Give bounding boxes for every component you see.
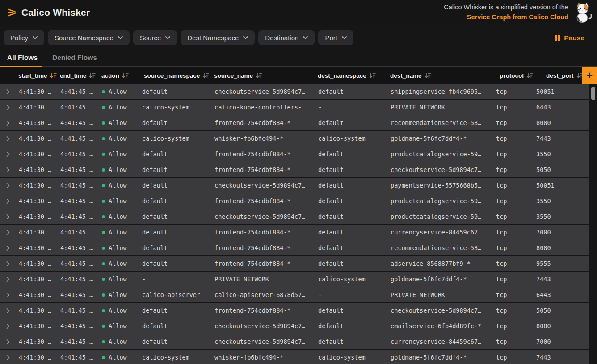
cell-protocol: tcp: [493, 182, 534, 189]
row-expander[interactable]: [0, 355, 16, 360]
table-row[interactable]: 4:41:30 …4:41:45 …Allowdefaultcheckoutse…: [0, 209, 589, 224]
table-row[interactable]: 4:41:30 …4:41:45 …Allowcalico-systemwhis…: [0, 131, 589, 146]
tagline: Calico Whisker is a simplified version o…: [444, 3, 568, 21]
column-header-start-time[interactable]: start_time: [16, 72, 58, 79]
row-expander[interactable]: [0, 214, 16, 220]
row-expander[interactable]: [0, 323, 16, 329]
table-row[interactable]: 4:41:30 …4:41:45 …Allowdefaultfrontend-7…: [0, 225, 589, 240]
table-row[interactable]: 4:41:30 …4:41:45 …Allowdefaultfrontend-7…: [0, 303, 589, 318]
filter-source[interactable]: Source: [133, 30, 177, 45]
column-header-dest-port[interactable]: dest_port: [534, 72, 582, 79]
row-expander[interactable]: [0, 105, 16, 110]
cell-dest-namespace: default: [315, 119, 388, 126]
sort-icon: [369, 72, 376, 79]
row-expander[interactable]: [0, 198, 16, 204]
table-row[interactable]: 4:41:30 …4:41:45 …Allow-PRIVATE NETWORKc…: [0, 272, 589, 287]
cell-source-namespace: default: [139, 88, 212, 95]
action-label: Allow: [109, 104, 127, 111]
cell-dest-namespace: default: [315, 213, 388, 220]
cell-dest-port: 3550: [534, 151, 589, 158]
filter-port[interactable]: Port: [318, 30, 353, 45]
column-header-action[interactable]: action: [99, 72, 139, 79]
filter-dest-namespace[interactable]: Dest Namespace: [181, 30, 255, 45]
row-expander[interactable]: [0, 151, 16, 157]
cell-protocol: tcp: [493, 260, 534, 267]
cell-start-time: 4:41:30 …: [16, 182, 58, 189]
row-expander[interactable]: [0, 230, 16, 235]
row-expander[interactable]: [0, 120, 16, 126]
chevron-right-icon: [6, 105, 10, 110]
column-header-dest-name[interactable]: dest_name: [388, 72, 493, 79]
sort-icon: [425, 72, 431, 79]
row-expander[interactable]: [0, 136, 16, 142]
column-header-end-time[interactable]: end_time: [58, 72, 99, 79]
cell-dest-port: 7443: [534, 135, 589, 142]
row-expander[interactable]: [0, 261, 16, 267]
scrollbar-thumb[interactable]: [591, 87, 595, 100]
cell-dest-port: 7443: [534, 276, 589, 283]
cell-source-name: checkoutservice-5d9894c7…: [212, 182, 315, 189]
table-row[interactable]: 4:41:30 …4:41:45 …Allowcalico-apiserverc…: [0, 287, 589, 302]
chevron-right-icon: [6, 183, 10, 188]
action-label: Allow: [109, 151, 127, 158]
table-row[interactable]: 4:41:30 …4:41:45 …Allowdefaultcheckoutse…: [0, 178, 589, 193]
table-row[interactable]: 4:41:30 …4:41:45 …Allowdefaultfrontend-7…: [0, 193, 589, 209]
row-expander[interactable]: [0, 167, 16, 173]
filter-destination[interactable]: Destination: [258, 30, 315, 45]
row-expander[interactable]: [0, 308, 16, 314]
table-row[interactable]: 4:41:30 …4:41:45 …Allowcalico-systemcali…: [0, 100, 589, 115]
table-row[interactable]: 4:41:30 …4:41:45 …Allowdefaultcheckoutse…: [0, 334, 589, 349]
table-row[interactable]: 4:41:30 …4:41:45 …Allowdefaultfrontend-7…: [0, 240, 589, 255]
cell-dest-port: 7443: [534, 354, 589, 361]
row-expander[interactable]: [0, 339, 16, 345]
table-row[interactable]: 4:41:30 …4:41:45 …Allowcalico-systemwhis…: [0, 350, 589, 364]
row-expander[interactable]: [0, 292, 16, 298]
table-row[interactable]: 4:41:30 …4:41:45 …Allowdefaultcheckoutse…: [0, 318, 589, 334]
cell-protocol: tcp: [493, 197, 534, 205]
row-expander[interactable]: [0, 89, 16, 95]
sort-icon-active: [50, 72, 57, 79]
cell-source-name: frontend-754cdbf884-*: [212, 307, 315, 314]
row-expander[interactable]: [0, 183, 16, 188]
cell-dest-namespace: -: [315, 104, 388, 111]
pause-button[interactable]: Pause: [550, 34, 590, 42]
top-header: Calico Whisker Calico Whisker is a simpl…: [0, 0, 597, 25]
chevron-down-icon: [243, 36, 248, 39]
vertical-scrollbar[interactable]: [589, 84, 597, 364]
cell-protocol: tcp: [493, 338, 534, 345]
filter-source-label: Source: [140, 34, 161, 42]
column-header-protocol[interactable]: protocol: [493, 72, 534, 79]
sort-icon: [122, 72, 129, 79]
cell-dest-namespace: default: [315, 307, 388, 314]
tab-all-flows[interactable]: All Flows: [7, 50, 38, 66]
cell-dest-name: goldmane-5f6fc7ddf4-*: [388, 135, 493, 142]
column-header-source-name[interactable]: source_name: [212, 72, 315, 79]
row-expander[interactable]: [0, 245, 16, 251]
tab-denied-flows[interactable]: Denied Flows: [52, 50, 97, 66]
cell-action: Allow: [99, 151, 139, 158]
table-row[interactable]: 4:41:30 …4:41:45 …Allowdefaultcheckoutse…: [0, 84, 589, 99]
cell-protocol: tcp: [493, 229, 534, 236]
allow-status-dot: [102, 90, 105, 93]
cell-dest-port: 5050: [534, 307, 589, 314]
cell-dest-namespace: default: [315, 260, 388, 267]
column-header-dest-namespace[interactable]: dest_namespace: [315, 72, 388, 79]
action-label: Allow: [109, 291, 127, 298]
table-row[interactable]: 4:41:30 …4:41:45 …Allowdefaultfrontend-7…: [0, 256, 589, 271]
cell-source-namespace: default: [139, 307, 212, 314]
row-expander[interactable]: [0, 276, 16, 282]
allow-status-dot: [102, 262, 105, 265]
cell-dest-name: paymentservice-5575668b5…: [388, 182, 493, 189]
table-row[interactable]: 4:41:30 …4:41:45 …Allowdefaultfrontend-7…: [0, 115, 589, 130]
pause-label: Pause: [564, 34, 584, 42]
table-row[interactable]: 4:41:30 …4:41:45 …Allowdefaultfrontend-7…: [0, 162, 589, 177]
filter-source-namespace[interactable]: Source Namespace: [48, 30, 130, 45]
table-row[interactable]: 4:41:30 …4:41:45 …Allowdefaultfrontend-7…: [0, 146, 589, 162]
filter-policy[interactable]: Policy: [4, 30, 44, 45]
cell-dest-name: shippingservice-fb4c9695…: [388, 88, 493, 95]
add-column-button[interactable]: +: [582, 67, 597, 84]
service-graph-link[interactable]: Service Graph from Calico Cloud: [444, 13, 568, 22]
column-header-source-namespace[interactable]: source_namespace: [139, 72, 212, 79]
cell-dest-port: 8080: [534, 244, 589, 251]
chevron-right-icon: [6, 151, 10, 157]
